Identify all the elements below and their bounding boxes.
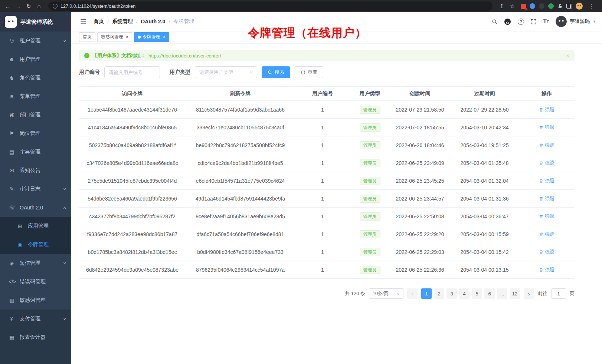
sidebar-item-notice[interactable]: ✉通知公告 — [0, 161, 71, 180]
back-icon[interactable]: ← — [3, 1, 13, 11]
force-logout-button[interactable]: 强退 — [539, 124, 554, 131]
pagination-page-button[interactable]: 5 — [472, 288, 482, 299]
extension-icon[interactable] — [530, 3, 535, 9]
sidebar-item-role[interactable]: ♞角色管理 — [0, 69, 71, 87]
pagination-page-button[interactable]: 1 — [421, 288, 432, 299]
browser-menu-icon[interactable]: ⋮ — [586, 1, 596, 11]
pagination-page-button[interactable]: 6 — [484, 288, 495, 299]
search-button[interactable]: 搜索 — [262, 66, 290, 78]
tab-home[interactable]: 首页 — [79, 32, 95, 42]
sidebar-item-sms[interactable]: ◈短信管理∨ — [0, 254, 71, 272]
table-row: c342377bf8b344799dcbf7bf095287f29ce8ef2a… — [79, 208, 575, 225]
extensions-puzzle-icon[interactable] — [557, 4, 563, 9]
page-size-select[interactable]: 10条/页 ∨ — [369, 288, 403, 299]
sidebar-item-dict[interactable]: ▤字典管理 — [0, 143, 71, 161]
force-logout-button[interactable]: 强退 — [539, 249, 554, 255]
sidebar-item-report-designer[interactable]: ▦报表设计器 — [0, 328, 71, 347]
goto-page-input[interactable] — [551, 288, 566, 299]
breadcrumb-item[interactable]: 系统管理 — [112, 18, 133, 25]
column-header: 用户类型 — [350, 87, 390, 101]
breadcrumb-item[interactable]: 令牌管理 — [173, 18, 194, 25]
force-logout-button[interactable]: 强退 — [539, 178, 554, 184]
close-icon[interactable]: × — [163, 35, 166, 39]
side-panel-icon[interactable] — [566, 4, 572, 9]
doc-link[interactable]: https://doc.iocoder.cn/user-center/ — [148, 53, 221, 59]
pagination-page-button[interactable]: 2 — [434, 288, 444, 299]
pagination-page-button[interactable]: 12 — [510, 288, 520, 299]
share-icon[interactable]: ↥ — [497, 1, 507, 11]
sidebar-item-error-code[interactable]: </>错误码管理 — [0, 272, 71, 291]
user-type-placeholder: 请选择用户类型 — [199, 69, 233, 76]
help-icon[interactable]: ? — [518, 19, 524, 25]
pagination-page-button[interactable]: 4 — [459, 288, 470, 299]
sidebar-item-pay[interactable]: ¥支付管理∨ — [0, 310, 71, 328]
user-id-cell: 1 — [295, 101, 350, 119]
url-text: 127.0.0.1:1024/system/oauth2/token — [60, 4, 135, 9]
user-type-select[interactable]: 请选择用户类型 ∨ — [195, 66, 257, 78]
search-icon[interactable] — [492, 19, 497, 24]
sidebar-item-user[interactable]: ☻用户管理 — [0, 50, 71, 69]
pagination-more-button[interactable]: ... — [497, 288, 507, 299]
user-type-label: 用户类型 — [170, 69, 190, 76]
user-id-cell: 1 — [295, 225, 350, 243]
user-type-cell: 管理员 — [350, 208, 390, 225]
font-size-icon[interactable]: TT — [543, 19, 549, 24]
create-time-cell: 2022-07-29 21:58:50 — [390, 101, 450, 119]
sidebar-item-dept[interactable]: ⌘部门管理 — [0, 106, 71, 124]
sidebar-item-post[interactable]: ⚑岗位管理 — [0, 124, 71, 143]
refresh-token-cell: 811c530487574fa0af1a59d3abc1aa66 — [186, 101, 295, 119]
sidebar-item-label: 令牌管理 — [28, 241, 66, 248]
sidebar-item-app[interactable]: ⊞应用管理 — [0, 217, 71, 235]
sidebar-item-oauth2[interactable]: ☏OAuth 2.0∧ — [0, 198, 71, 217]
extension-icon[interactable] — [539, 3, 544, 9]
force-logout-button[interactable]: 强退 — [539, 195, 554, 202]
force-logout-button[interactable]: 强退 — [539, 267, 554, 273]
breadcrumb-item[interactable]: 首页 — [94, 18, 104, 25]
close-icon[interactable]: × — [126, 35, 128, 39]
force-logout-button[interactable]: 强退 — [539, 231, 554, 238]
forward-icon[interactable]: → — [13, 1, 23, 11]
table-row: 41c41346a548490f9dc8b01c6bfe0865333ecfc7… — [79, 119, 575, 136]
user-id-cell: 1 — [295, 243, 350, 261]
force-logout-button[interactable]: 强退 — [539, 213, 554, 220]
extension-icon[interactable] — [548, 3, 554, 9]
tab-label: 敏感词管理 — [101, 34, 123, 40]
address-bar[interactable]: i 127.0.0.1:1024/system/oauth2/token — [48, 1, 493, 11]
next-page-button[interactable]: › — [524, 288, 534, 299]
sidebar-item-tenant[interactable]: ⚇租户管理∨ — [0, 32, 71, 50]
chevron-down-icon: ∨ — [63, 317, 67, 321]
sidebar-item-menu[interactable]: ≡菜单管理 — [0, 87, 71, 106]
site-info-icon[interactable]: i — [53, 4, 58, 9]
column-header: 刷新令牌 — [186, 87, 295, 101]
tab-sensitive-word[interactable]: 敏感词管理× — [97, 32, 132, 42]
force-logout-button[interactable]: 强退 — [539, 142, 554, 149]
refresh-token-cell: e6cfd40eb1f54571a31e775e039c4624 — [186, 172, 295, 190]
app-logo[interactable]: 芋道管理系统 — [0, 12, 71, 32]
close-icon[interactable]: × — [566, 53, 569, 59]
prev-page-button[interactable]: ‹ — [407, 288, 418, 299]
refresh-icon[interactable]: ↻ — [24, 1, 33, 11]
force-logout-button[interactable]: 强退 — [539, 106, 554, 113]
sidebar-item-token[interactable]: ◉令牌管理 — [0, 235, 71, 254]
home-icon[interactable]: ⌂ — [34, 1, 44, 11]
chevron-down-icon: ▼ — [593, 20, 596, 23]
reset-button[interactable]: 重置 — [295, 66, 323, 78]
chevron-down-icon: ∨ — [397, 292, 400, 295]
hamburger-icon[interactable] — [77, 16, 89, 27]
fullscreen-icon[interactable] — [531, 19, 536, 24]
create-time-cell: 2022-06-25 23:49:09 — [390, 154, 450, 172]
breadcrumb-item[interactable]: OAuth 2.0 — [141, 19, 165, 24]
delete-icon — [539, 107, 543, 112]
user-menu[interactable]: 芋道源码 ▼ — [556, 16, 596, 27]
force-logout-button[interactable]: 强退 — [539, 160, 554, 166]
github-icon[interactable] — [504, 18, 511, 25]
extension-icon[interactable] — [521, 4, 526, 9]
tab-token[interactable]: 令牌管理× — [134, 32, 169, 42]
action-cell: 强退 — [519, 119, 575, 136]
user-id-input[interactable] — [104, 66, 160, 78]
sidebar-item-audit-log[interactable]: ✎审计日志∨ — [0, 180, 71, 198]
sidebar-item-sensitive-word[interactable]: ▥敏感词管理 — [0, 291, 71, 310]
bookmark-star-icon[interactable]: ☆ — [507, 1, 517, 11]
browser-profile-avatar[interactable] — [576, 3, 583, 10]
pagination-page-button[interactable]: 3 — [446, 288, 457, 299]
